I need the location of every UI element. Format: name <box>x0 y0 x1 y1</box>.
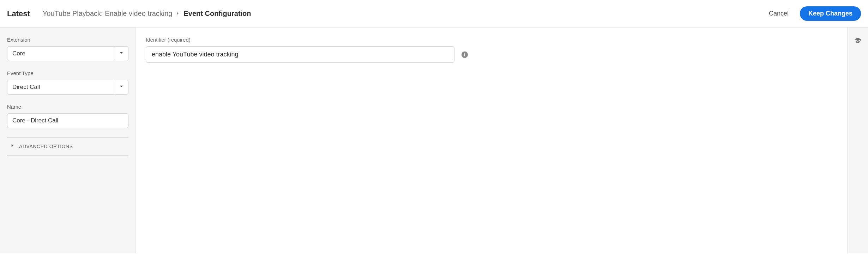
header-left: Latest YouTube Playback: Enable video tr… <box>7 9 251 18</box>
chevron-down-icon <box>119 50 124 57</box>
breadcrumb-item[interactable]: YouTube Playback: Enable video tracking <box>43 10 173 18</box>
breadcrumb-current: Event Configuration <box>183 10 251 18</box>
page-body: Extension Core Event Type Direct Call <box>0 28 868 253</box>
sidebar: Extension Core Event Type Direct Call <box>0 28 136 253</box>
extension-field: Extension Core <box>7 37 128 61</box>
advanced-options-label: ADVANCED OPTIONS <box>19 144 73 149</box>
advanced-options-toggle[interactable]: ADVANCED OPTIONS <box>7 137 128 156</box>
svg-rect-1 <box>464 54 465 56</box>
name-input[interactable] <box>7 113 128 128</box>
svg-point-2 <box>464 53 465 53</box>
extension-select[interactable]: Core <box>7 46 128 61</box>
chevron-right-icon <box>176 11 180 17</box>
name-field: Name <box>7 104 128 128</box>
identifier-field: Identifier (required) <box>146 37 837 63</box>
name-label: Name <box>7 104 128 110</box>
event-type-field: Event Type Direct Call <box>7 70 128 95</box>
main-panel: Identifier (required) <box>136 28 848 253</box>
right-rail <box>848 28 868 253</box>
identifier-row <box>146 46 837 63</box>
event-type-select-value: Direct Call <box>7 80 114 94</box>
keep-changes-button[interactable]: Keep Changes <box>800 6 861 21</box>
extension-select-value: Core <box>7 47 114 61</box>
chevron-down-icon <box>119 84 124 90</box>
info-icon[interactable] <box>461 51 469 59</box>
page-title: Latest <box>7 9 30 18</box>
extension-label: Extension <box>7 37 128 43</box>
page-header: Latest YouTube Playback: Enable video tr… <box>0 0 868 28</box>
identifier-input[interactable] <box>146 46 454 63</box>
header-actions: Cancel Keep Changes <box>765 6 861 21</box>
learn-icon[interactable] <box>854 37 862 253</box>
chevron-right-icon <box>10 143 15 150</box>
breadcrumb: YouTube Playback: Enable video tracking … <box>43 10 251 18</box>
event-type-label: Event Type <box>7 70 128 76</box>
identifier-label: Identifier (required) <box>146 37 837 43</box>
event-type-select[interactable]: Direct Call <box>7 80 128 95</box>
cancel-button[interactable]: Cancel <box>765 7 792 20</box>
event-type-select-toggle[interactable] <box>114 80 128 94</box>
extension-select-toggle[interactable] <box>114 47 128 61</box>
